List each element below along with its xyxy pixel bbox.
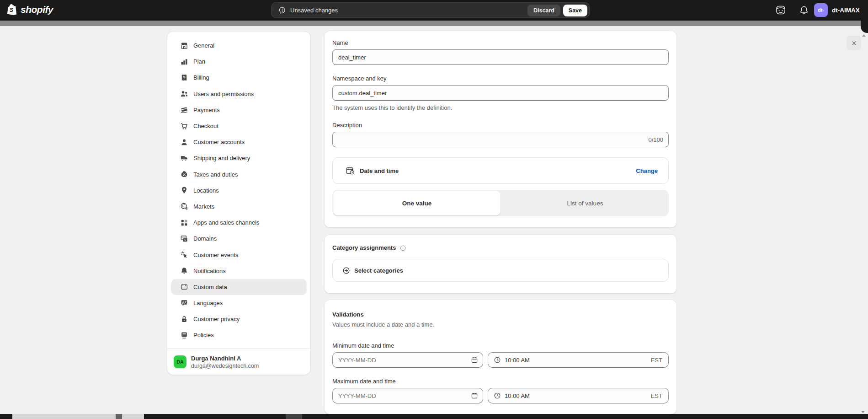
description-label: Description	[332, 122, 669, 129]
notifications-bell-icon[interactable]	[799, 5, 809, 15]
unsaved-changes-bar: Unsaved changes Discard Save	[271, 2, 590, 18]
sidebar-item-users-and-permissions[interactable]: Users and permissions	[167, 86, 310, 102]
sidebar-item-custom-data[interactable]: Custom data	[171, 279, 307, 295]
sidebar-item-label: Plan	[193, 58, 205, 65]
sidebar-item-apps-and-sales-channels[interactable]: Apps and sales channels	[167, 215, 310, 231]
sidebar-item-label: Billing	[193, 74, 209, 81]
sidebar-item-languages[interactable]: ALanguages	[167, 295, 310, 311]
sidebar-item-label: Customer accounts	[193, 139, 245, 145]
sidebar-item-label: Markets	[193, 203, 214, 210]
save-button[interactable]: Save	[563, 5, 587, 16]
cart-icon	[180, 122, 188, 130]
lock-icon	[180, 315, 188, 323]
sidebar-item-label: Policies	[193, 332, 214, 338]
scroll-up-arrow-icon[interactable]	[862, 34, 866, 37]
max-time-field[interactable]: 10:00 AM EST	[488, 388, 669, 403]
name-input[interactable]	[332, 49, 669, 65]
sidebar-item-customer-accounts[interactable]: Customer accounts	[167, 134, 310, 150]
sidebar-item-markets[interactable]: $Markets	[167, 199, 310, 215]
discard-button[interactable]: Discard	[527, 5, 560, 16]
value-cardinality-tabs: One value List of values	[332, 190, 669, 216]
payments-icon	[180, 106, 188, 114]
tax-icon	[180, 170, 188, 178]
sidebar-item-label: Customer privacy	[193, 316, 240, 322]
plus-circle-icon	[342, 267, 350, 274]
bottom-scrollbar	[0, 414, 868, 419]
definition-card: Name Namespace and key The system uses t…	[325, 31, 676, 227]
settings-page: S shopify Unsaved changes Discard Save d…	[0, 0, 868, 419]
scrollbar-thumb[interactable]	[12, 414, 144, 419]
info-icon[interactable]	[399, 245, 406, 252]
max-date-input[interactable]	[332, 388, 483, 403]
max-time-value: 10:00 AM	[505, 392, 530, 399]
sidebar-item-label: Apps and sales channels	[193, 219, 260, 226]
store-menu[interactable]: dt- dt-AIMAX	[814, 3, 860, 17]
sidebar-item-label: Domains	[193, 235, 217, 242]
shopify-logo[interactable]: S shopify	[6, 3, 53, 16]
store-avatar: dt-	[814, 3, 828, 17]
sidebar-user: DA Durga Nandhini A durga@wedesigntech.c…	[167, 349, 310, 370]
namespace-key-input[interactable]	[332, 85, 669, 101]
user-name: Durga Nandhini A	[191, 355, 259, 362]
min-timezone: EST	[651, 357, 662, 364]
domains-icon	[180, 235, 188, 243]
sidekick-assistant-icon[interactable]	[775, 5, 786, 16]
sidebar-item-label: Notifications	[193, 268, 226, 274]
sidebar-item-customer-privacy[interactable]: Customer privacy	[167, 311, 310, 327]
language-icon: A	[180, 299, 188, 307]
category-assignments-card: Category assignments Select categories	[325, 235, 676, 293]
tab-one-value[interactable]: One value	[333, 191, 501, 215]
sidebar-item-notifications[interactable]: Notifications	[167, 263, 310, 279]
sidebar-item-billing[interactable]: $Billing	[167, 70, 310, 86]
validations-title: Validations	[332, 311, 669, 318]
min-date-input[interactable]	[332, 352, 483, 368]
store-name: dt-AIMAX	[832, 7, 860, 14]
sidebar-item-locations[interactable]: Locations	[167, 183, 310, 199]
sidebar-item-label: Shipping and delivery	[193, 155, 250, 161]
sidebar-item-plan[interactable]: Plan	[167, 54, 310, 70]
clock-icon	[494, 392, 501, 399]
sidebar-item-label: Payments	[193, 107, 220, 113]
sidebar-item-customer-events[interactable]: Customer events	[167, 247, 310, 263]
sidebar-item-label: General	[193, 42, 214, 49]
sidebar-item-payments[interactable]: Payments	[167, 102, 310, 118]
description-input[interactable]	[332, 132, 669, 147]
category-assignments-title: Category assignments	[332, 244, 396, 252]
sidebar-item-label: Taxes and duties	[193, 171, 238, 178]
svg-text:A: A	[182, 301, 184, 304]
close-settings-button[interactable]	[847, 36, 861, 50]
sidebar-item-label: Custom data	[193, 284, 227, 290]
person-icon	[180, 138, 188, 146]
description-char-counter: 0/100	[648, 136, 663, 143]
min-time-field[interactable]: 10:00 AM EST	[488, 352, 669, 368]
scroll-down-arrow-icon[interactable]	[861, 411, 865, 413]
validations-subtitle: Values must include a date and a time.	[332, 321, 669, 328]
min-datetime-label: Minimum date and time	[332, 342, 669, 349]
select-categories-label: Select categories	[354, 267, 403, 274]
unsaved-changes-label: Unsaved changes	[290, 7, 338, 14]
scrollbar-segment	[286, 414, 302, 419]
user-avatar: DA	[174, 355, 186, 368]
settings-sidebar: GeneralPlan$BillingUsers and permissions…	[167, 31, 311, 375]
apps-icon	[180, 219, 188, 227]
sidebar-item-policies[interactable]: Policies	[167, 327, 310, 343]
sidebar-item-shipping-and-delivery[interactable]: Shipping and delivery	[167, 150, 310, 166]
tab-list-of-values[interactable]: List of values	[501, 190, 669, 216]
sidebar-item-domains[interactable]: Domains	[167, 231, 310, 247]
change-type-link[interactable]: Change	[636, 167, 658, 174]
users-icon	[180, 90, 188, 98]
sidebar-item-general[interactable]: General	[167, 38, 310, 54]
svg-text:$: $	[183, 75, 186, 79]
sidebar-item-taxes-and-duties[interactable]: Taxes and duties	[167, 167, 310, 183]
max-datetime-label: Maximum date and time	[332, 378, 669, 385]
dialog-top-shade	[0, 21, 868, 26]
sidebar-item-checkout[interactable]: Checkout	[167, 118, 310, 134]
store-icon	[180, 42, 188, 50]
globe-icon: $	[180, 202, 188, 210]
namespace-label: Namespace and key	[332, 75, 669, 82]
name-label: Name	[332, 39, 669, 47]
settings-nav: GeneralPlan$BillingUsers and permissions…	[167, 32, 310, 344]
shopify-logo-text: shopify	[21, 4, 53, 15]
pin-icon	[180, 186, 188, 194]
select-categories-button[interactable]: Select categories	[332, 259, 669, 282]
